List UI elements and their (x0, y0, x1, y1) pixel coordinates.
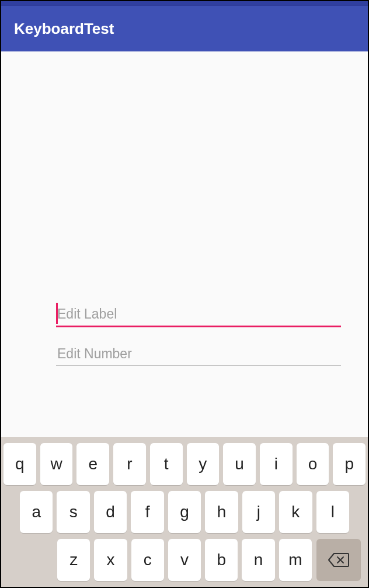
key-z[interactable]: z (57, 539, 90, 581)
app-bar: KeyboardTest (1, 6, 368, 51)
key-f[interactable]: f (131, 491, 163, 533)
key-backspace[interactable] (316, 539, 361, 581)
key-y[interactable]: y (187, 443, 220, 485)
edit-label-input[interactable] (56, 303, 341, 326)
key-b[interactable]: b (205, 539, 238, 581)
key-k[interactable]: k (279, 491, 312, 533)
key-n[interactable]: n (242, 539, 274, 581)
key-e[interactable]: e (76, 443, 109, 485)
edit-number-group (56, 343, 341, 366)
edit-label-underline (56, 326, 341, 327)
key-q[interactable]: q (4, 443, 36, 485)
key-h[interactable]: h (205, 491, 238, 533)
edit-number-underline (56, 365, 341, 366)
app-title: KeyboardTest (14, 20, 114, 38)
key-a[interactable]: a (20, 491, 53, 533)
edit-number-input[interactable] (56, 343, 341, 365)
key-s[interactable]: s (57, 491, 89, 533)
content-area (1, 51, 368, 437)
key-l[interactable]: l (316, 491, 349, 533)
key-j[interactable]: j (242, 491, 275, 533)
status-bar (1, 1, 368, 6)
key-o[interactable]: o (297, 443, 329, 485)
key-t[interactable]: t (150, 443, 183, 485)
soft-keyboard: q w e r t y u i o p a s d f g h j k l z … (1, 437, 368, 587)
key-w[interactable]: w (40, 443, 73, 485)
key-x[interactable]: x (94, 539, 127, 581)
key-p[interactable]: p (333, 443, 365, 485)
key-g[interactable]: g (168, 491, 201, 533)
keyboard-row-1: q w e r t y u i o p (4, 443, 365, 485)
text-cursor (56, 303, 58, 324)
key-d[interactable]: d (94, 491, 127, 533)
key-r[interactable]: r (113, 443, 146, 485)
key-u[interactable]: u (223, 443, 256, 485)
key-i[interactable]: i (260, 443, 293, 485)
key-v[interactable]: v (168, 539, 201, 581)
backspace-icon (328, 552, 349, 568)
keyboard-row-2: a s d f g h j k l (4, 491, 365, 533)
keyboard-row-3: z x c v b n m (4, 539, 365, 581)
key-c[interactable]: c (131, 539, 164, 581)
edit-label-group (56, 303, 341, 327)
key-m[interactable]: m (279, 539, 312, 581)
